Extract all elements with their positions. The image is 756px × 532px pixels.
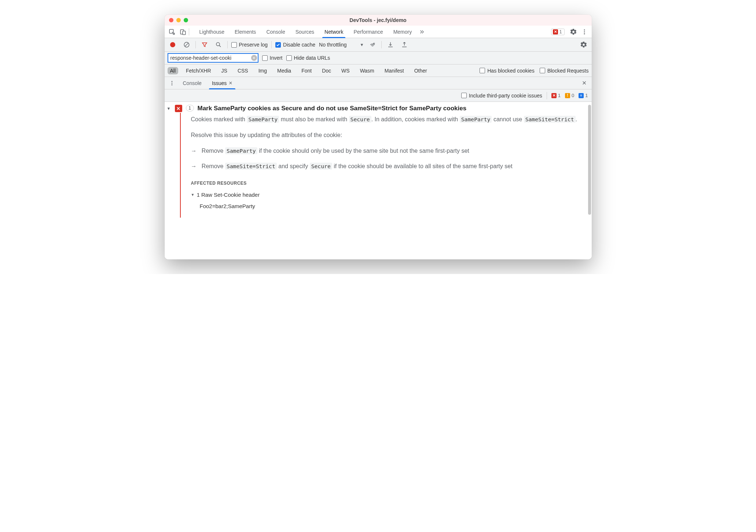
close-drawer-icon[interactable]: × bbox=[579, 78, 590, 88]
filter-input-wrap: ✕ bbox=[168, 53, 258, 63]
drawer-tab-issues[interactable]: Issues × bbox=[208, 77, 237, 89]
tab-network[interactable]: Network bbox=[319, 26, 348, 38]
type-other[interactable]: Other bbox=[412, 67, 430, 74]
checkbox-icon bbox=[540, 68, 545, 73]
type-all[interactable]: All bbox=[168, 67, 179, 74]
clear-filter-icon[interactable]: ✕ bbox=[251, 55, 257, 61]
tab-memory[interactable]: Memory bbox=[388, 26, 417, 38]
tab-sources[interactable]: Sources bbox=[290, 26, 319, 38]
more-vertical-icon[interactable] bbox=[579, 27, 590, 37]
issue-description-2: Resolve this issue by updating the attri… bbox=[191, 131, 581, 140]
tab-performance[interactable]: Performance bbox=[348, 26, 388, 38]
svg-point-9 bbox=[171, 81, 172, 82]
main-tabs: Lighthouse Elements Console Sources Netw… bbox=[194, 26, 427, 38]
svg-rect-2 bbox=[183, 31, 186, 34]
svg-point-7 bbox=[216, 43, 220, 46]
code-token: SameParty bbox=[460, 116, 492, 123]
warning-count-item[interactable]: ! 0 bbox=[565, 93, 574, 98]
warning-icon: ! bbox=[565, 93, 570, 98]
issue-body: Cookies marked with SameParty must also … bbox=[180, 113, 588, 218]
checkbox-icon bbox=[231, 42, 237, 48]
close-tab-icon[interactable]: × bbox=[229, 80, 232, 86]
disable-cache-checkbox[interactable]: Disable cache bbox=[275, 42, 315, 48]
type-media[interactable]: Media bbox=[275, 67, 294, 74]
separator bbox=[381, 41, 382, 48]
record-button[interactable] bbox=[168, 40, 178, 50]
window-title: DevTools - jec.fyi/demo bbox=[165, 17, 592, 23]
error-count-pill[interactable]: ✕ 1 bbox=[551, 29, 565, 35]
affected-resource-row[interactable]: ▼ 1 Raw Set-Cookie header bbox=[191, 191, 581, 199]
separator bbox=[189, 28, 189, 36]
affected-resource-value: Foo2=bar2;SameParty bbox=[200, 202, 581, 210]
separator bbox=[547, 92, 547, 99]
filter-toolbar: ✕ Invert Hide data URLs bbox=[165, 52, 592, 64]
export-har-icon[interactable] bbox=[399, 40, 410, 50]
issue-header-row[interactable]: ▼ ✕ 1 Mark SameParty cookies as Secure a… bbox=[165, 102, 588, 114]
separator bbox=[195, 41, 196, 48]
type-css[interactable]: CSS bbox=[235, 67, 251, 74]
issues-panel: ▼ ✕ 1 Mark SameParty cookies as Secure a… bbox=[165, 102, 592, 259]
filter-icon[interactable] bbox=[199, 40, 210, 50]
type-wasm[interactable]: Wasm bbox=[357, 67, 377, 74]
expand-triangle-icon[interactable]: ▼ bbox=[191, 192, 195, 198]
network-conditions-icon[interactable] bbox=[367, 40, 378, 50]
blocked-requests-checkbox[interactable]: Blocked Requests bbox=[540, 68, 589, 74]
code-token: Secure bbox=[349, 116, 371, 123]
code-token: SameParty bbox=[225, 147, 257, 154]
issue-occurrence-count: 1 bbox=[186, 105, 194, 111]
device-toolbar-icon[interactable] bbox=[178, 27, 188, 37]
code-token: SameSite=Strict bbox=[225, 163, 277, 170]
svg-point-5 bbox=[584, 33, 585, 34]
has-blocked-cookies-checkbox[interactable]: Has blocked cookies bbox=[480, 68, 534, 74]
tab-elements[interactable]: Elements bbox=[230, 26, 261, 38]
expand-triangle-icon[interactable]: ▼ bbox=[167, 105, 171, 111]
tab-console[interactable]: Console bbox=[261, 26, 290, 38]
inspect-element-icon[interactable] bbox=[167, 27, 177, 37]
type-ws[interactable]: WS bbox=[339, 67, 352, 74]
svg-point-11 bbox=[171, 84, 172, 85]
error-count-item[interactable]: ✕ 1 bbox=[551, 93, 561, 98]
scrollbar[interactable] bbox=[588, 105, 591, 215]
separator bbox=[227, 41, 228, 48]
error-count: 1 bbox=[559, 29, 562, 34]
chevron-down-icon: ▼ bbox=[360, 43, 364, 47]
drawer-more-icon[interactable] bbox=[167, 78, 177, 88]
filter-input[interactable] bbox=[168, 53, 258, 63]
settings-gear-icon[interactable] bbox=[568, 27, 579, 37]
import-har-icon[interactable] bbox=[385, 40, 396, 50]
type-img[interactable]: Img bbox=[256, 67, 269, 74]
titlebar: DevTools - jec.fyi/demo bbox=[165, 15, 592, 26]
issue-bullet-2: Remove SameSite=Strict and specify Secur… bbox=[191, 162, 581, 171]
preserve-log-checkbox[interactable]: Preserve log bbox=[231, 42, 268, 48]
tab-lighthouse[interactable]: Lighthouse bbox=[194, 26, 230, 38]
code-token: Secure bbox=[310, 163, 332, 170]
tabs-overflow-icon[interactable] bbox=[417, 27, 427, 37]
type-doc[interactable]: Doc bbox=[319, 67, 334, 74]
hide-data-urls-checkbox[interactable]: Hide data URLs bbox=[286, 55, 330, 61]
type-font[interactable]: Font bbox=[299, 67, 314, 74]
issue-title: Mark SameParty cookies as Secure and do … bbox=[198, 105, 467, 112]
search-icon[interactable] bbox=[213, 40, 224, 50]
network-toolbar: Preserve log Disable cache No throttling… bbox=[165, 38, 592, 52]
issue-description-1: Cookies marked with SameParty must also … bbox=[191, 115, 581, 124]
invert-checkbox[interactable]: Invert bbox=[262, 55, 283, 61]
record-icon bbox=[170, 42, 175, 47]
include-third-party-checkbox[interactable]: Include third-party cookie issues bbox=[461, 93, 542, 99]
affected-resources-heading: AFFECTED RESOURCES bbox=[191, 180, 581, 187]
main-toolbar: Lighthouse Elements Console Sources Netw… bbox=[165, 26, 592, 38]
code-token: SameSite=Strict bbox=[524, 116, 576, 123]
info-count-item[interactable]: ≡ 1 bbox=[579, 93, 588, 98]
drawer-tab-console[interactable]: Console bbox=[179, 77, 206, 89]
checkbox-icon bbox=[262, 55, 268, 61]
type-manifest[interactable]: Manifest bbox=[382, 67, 407, 74]
info-icon: ≡ bbox=[579, 93, 584, 98]
svg-point-4 bbox=[584, 31, 585, 32]
svg-point-10 bbox=[171, 82, 172, 84]
type-filter-toolbar: All Fetch/XHR JS CSS Img Media Font Doc … bbox=[165, 64, 592, 77]
throttling-select[interactable]: No throttling ▼ bbox=[319, 42, 364, 48]
clear-button[interactable] bbox=[181, 40, 192, 50]
network-settings-gear-icon[interactable] bbox=[579, 40, 589, 50]
checkbox-checked-icon bbox=[275, 42, 281, 48]
type-fetch-xhr[interactable]: Fetch/XHR bbox=[183, 67, 213, 74]
type-js[interactable]: JS bbox=[219, 67, 230, 74]
